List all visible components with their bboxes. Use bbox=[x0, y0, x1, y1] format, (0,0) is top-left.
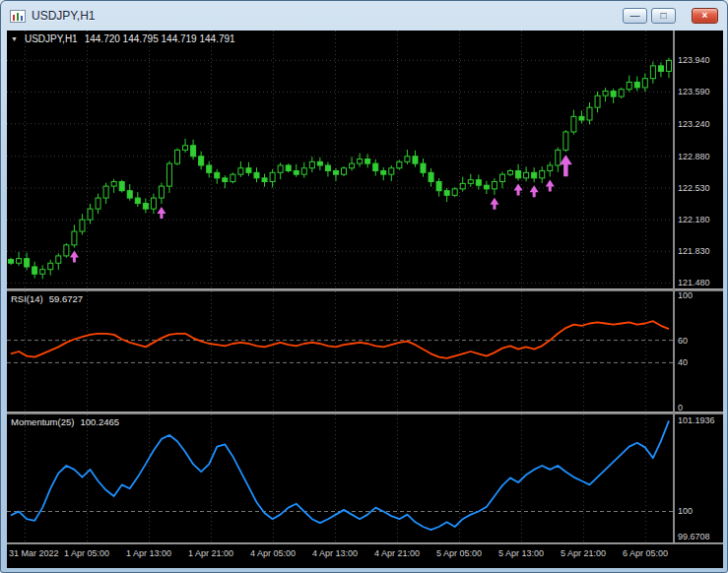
price-axis-label: 123.590 bbox=[678, 87, 710, 96]
momentum-axis-label: 99.6708 bbox=[678, 532, 710, 541]
time-axis-label: 1 Apr 13:00 bbox=[126, 548, 171, 558]
time-axis-label: 5 Apr 21:00 bbox=[561, 548, 606, 558]
momentum-axis-label: 100 bbox=[678, 506, 693, 516]
minimize-button[interactable]: — bbox=[623, 8, 647, 24]
time-axis-label: 1 Apr 05:00 bbox=[64, 548, 109, 558]
momentum-panel[interactable]: Momentum(25) 100.2465 bbox=[7, 414, 673, 542]
price-axis-label: 121.480 bbox=[678, 278, 710, 287]
rsi-axis-label: 100 bbox=[678, 290, 693, 300]
price-axis-label: 122.880 bbox=[678, 152, 710, 161]
time-axis-label: 4 Apr 13:00 bbox=[312, 548, 358, 558]
time-axis-label: 5 Apr 13:00 bbox=[498, 548, 544, 558]
candlestick-panel[interactable]: ▼ USDJPY,H1 144.720 144.795 144.719 144.… bbox=[7, 31, 673, 288]
price-axis-label: 123.240 bbox=[678, 119, 710, 129]
momentum-chart[interactable] bbox=[7, 414, 673, 542]
rsi-chart[interactable] bbox=[7, 291, 673, 412]
time-axis-label: 31 Mar 2022 bbox=[9, 548, 59, 558]
chart-window: USDJPY,H1 — □ × ▼ USDJPY,H1 144.720 144.… bbox=[0, 0, 728, 573]
rsi-axis-label: 0 bbox=[678, 403, 683, 413]
chart-dropdown-icon[interactable]: ▼ bbox=[11, 35, 18, 42]
chart-icon bbox=[10, 9, 26, 22]
rsi-axis-label: 60 bbox=[678, 336, 688, 346]
time-axis-label: 6 Apr 05:00 bbox=[623, 548, 668, 558]
candlestick-chart[interactable] bbox=[7, 31, 673, 288]
price-axis-label: 121.830 bbox=[678, 246, 710, 256]
rsi-header: RSI(14) 59.6727 bbox=[11, 293, 83, 304]
window-controls: — □ × bbox=[623, 8, 718, 24]
price-axis-label: 122.530 bbox=[678, 183, 710, 193]
symbol-timeframe-label: USDJPY,H1 bbox=[25, 33, 78, 44]
titlebar[interactable]: USDJPY,H1 — □ × bbox=[1, 1, 727, 30]
time-axis[interactable]: 31 Mar 2022 1 Apr 05:00 1 Apr 13:00 1 Ap… bbox=[7, 544, 673, 566]
price-axis-divider bbox=[673, 31, 675, 542]
time-axis-label: 4 Apr 21:00 bbox=[374, 548, 420, 558]
momentum-axis-label: 101.1936 bbox=[678, 415, 715, 425]
time-axis-label: 1 Apr 21:00 bbox=[188, 548, 233, 558]
rsi-axis-label: 40 bbox=[678, 357, 688, 367]
price-axis-label: 122.180 bbox=[678, 215, 710, 224]
close-button[interactable]: × bbox=[692, 8, 718, 24]
price-axis[interactable]: 123.940 123.590 123.240 122.880 122.530 … bbox=[678, 31, 723, 566]
rsi-label: RSI(14) bbox=[11, 293, 43, 304]
maximize-button[interactable]: □ bbox=[651, 8, 676, 24]
price-axis-label: 123.940 bbox=[678, 55, 710, 65]
rsi-panel[interactable]: RSI(14) 59.6727 bbox=[7, 291, 673, 412]
time-axis-label: 4 Apr 05:00 bbox=[250, 548, 296, 558]
momentum-label: Momentum(25) bbox=[11, 416, 74, 427]
chart-header: ▼ USDJPY,H1 144.720 144.795 144.719 144.… bbox=[11, 33, 235, 44]
ohlc-values: 144.720 144.795 144.719 144.791 bbox=[85, 33, 235, 44]
rsi-value: 59.6727 bbox=[49, 293, 83, 304]
momentum-value: 100.2465 bbox=[80, 416, 119, 427]
chart-client-area: ▼ USDJPY,H1 144.720 144.795 144.719 144.… bbox=[7, 31, 723, 568]
momentum-header: Momentum(25) 100.2465 bbox=[11, 416, 119, 427]
time-axis-label: 5 Apr 05:00 bbox=[436, 548, 482, 558]
window-title: USDJPY,H1 bbox=[32, 9, 95, 23]
